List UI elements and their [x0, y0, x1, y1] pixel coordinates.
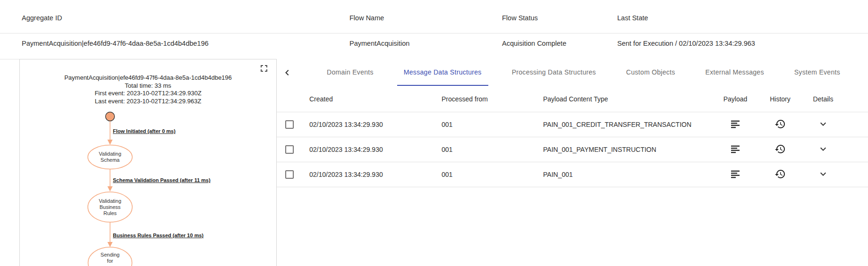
flow-total-time: Total time: 33 ms [20, 82, 276, 90]
cell-processed-from: 001 [442, 146, 543, 153]
history-clock-icon[interactable] [774, 118, 786, 130]
flow-first-event: First event: 2023-10-02T12:34:29.930Z [20, 90, 276, 98]
row-checkbox[interactable] [285, 170, 294, 179]
summary-header-aggregate-id: Aggregate ID [22, 14, 62, 22]
summary-header-flow-status: Flow Status [502, 14, 538, 22]
cell-created: 02/10/2023 13:34:29.930 [309, 171, 442, 178]
table-row: 02/10/2023 13:34:29.930 001 PAIN_001_CRE… [277, 112, 868, 137]
tabs: Domain Events Message Data Structures Pr… [293, 59, 868, 86]
table-row: 02/10/2023 13:34:29.930 001 PAIN_001 [277, 162, 868, 187]
state-label-sending-for: Sending for [77, 252, 143, 264]
col-header-details: Details [798, 95, 848, 103]
edge-label-schema-validation-passed: Schema Validation Passed (after 11 ms) [113, 177, 211, 183]
tab-domain-events[interactable]: Domain Events [320, 59, 380, 86]
tab-external-messages[interactable]: External Messages [699, 59, 771, 86]
fullscreen-icon[interactable] [258, 63, 270, 74]
summary-header-last-state: Last State [617, 14, 648, 22]
payload-lines-icon[interactable] [730, 118, 741, 130]
state-label-validating-business-rules: Validating Business Rules [77, 198, 143, 216]
edge-label-flow-initiated: Flow Initiated (after 0 ms) [113, 128, 176, 134]
history-clock-icon[interactable] [774, 143, 786, 155]
col-header-processed-from: Processed from [442, 95, 543, 103]
col-header-created: Created [309, 95, 442, 103]
tab-processing-data-structures[interactable]: Processing Data Structures [505, 59, 603, 86]
chevron-left-icon[interactable] [281, 67, 293, 78]
summary-value-last-state: Sent for Execution / 02/10/2023 13:34:29… [617, 40, 755, 47]
summary-value-aggregate-id: PaymentAcquisition|efe46fd9-47f6-4daa-8e… [22, 40, 209, 47]
row-checkbox[interactable] [285, 145, 294, 154]
table-header-row: Created Processed from Payload Content T… [277, 86, 868, 112]
table-row: 02/10/2023 13:34:29.930 001 PAIN_001_PAY… [277, 137, 868, 162]
cell-payload-content-type: PAIN_001_CREDIT_TRANSFER_TRANSACTION [543, 121, 708, 128]
start-state-circle [106, 112, 115, 121]
flow-diagram-title: PaymentAcquisition|efe46fd9-47f6-4daa-8e… [20, 74, 276, 82]
tab-custom-objects[interactable]: Custom Objects [620, 59, 682, 86]
row-checkbox[interactable] [285, 120, 294, 129]
cell-payload-content-type: PAIN_001_PAYMENT_INSTRUCTION [543, 146, 708, 153]
events-panel: Domain Events Message Data Structures Pr… [277, 59, 868, 266]
cell-payload-content-type: PAIN_001 [543, 171, 708, 178]
cell-processed-from: 001 [442, 171, 543, 178]
edge-label-business-rules-passed: Business Rules Passed (after 10 ms) [113, 233, 204, 238]
col-header-payload-content-type: Payload Content Type [543, 95, 708, 103]
cell-processed-from: 001 [442, 121, 543, 128]
cell-created: 02/10/2023 13:34:29.930 [309, 121, 442, 128]
flow-last-event: Last event: 2023-10-02T12:34:29.963Z [20, 98, 276, 106]
summary-value-flow-name: PaymentAcquisition [349, 40, 409, 47]
tab-message-data-structures[interactable]: Message Data Structures [397, 59, 488, 86]
chevron-down-icon[interactable] [817, 168, 829, 180]
cell-created: 02/10/2023 13:34:29.930 [309, 146, 442, 153]
chevron-down-icon[interactable] [817, 143, 829, 155]
history-clock-icon[interactable] [774, 168, 786, 180]
summary-value-flow-status: Acquisition Complete [502, 40, 566, 47]
summary-divider [0, 33, 868, 33]
chevron-down-icon[interactable] [817, 118, 829, 130]
tab-bar: Domain Events Message Data Structures Pr… [277, 59, 868, 86]
payload-lines-icon[interactable] [730, 143, 741, 155]
col-header-history: History [762, 95, 798, 103]
payload-lines-icon[interactable] [730, 168, 741, 180]
tab-system-events[interactable]: System Events [788, 59, 847, 86]
state-label-validating-schema: Validating Schema [77, 151, 143, 163]
flow-diagram-panel: PaymentAcquisition|efe46fd9-47f6-4daa-8e… [19, 59, 277, 266]
col-header-payload: Payload [708, 95, 762, 103]
summary-header-flow-name: Flow Name [349, 14, 384, 22]
flow-diagram-header: PaymentAcquisition|efe46fd9-47f6-4daa-8e… [20, 74, 276, 105]
